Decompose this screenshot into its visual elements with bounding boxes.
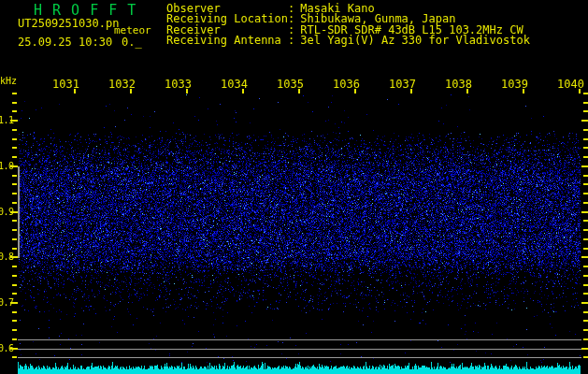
x-tick [186, 89, 188, 94]
x-tick [242, 89, 244, 94]
y-tick [12, 102, 17, 104]
y-tick-right [583, 93, 588, 94]
y-tick-right [581, 302, 588, 304]
x-tick [298, 89, 300, 94]
y-tick [12, 293, 17, 295]
info-row: Receiving Antenna:3el Yagi(V) Az 330 for… [166, 36, 530, 46]
station-info-block: Observer:Masaki KanoReceiving Location:S… [166, 4, 530, 47]
y-tick-right [583, 156, 588, 158]
level-reference-line [18, 349, 581, 350]
x-tick [579, 89, 581, 94]
y-tick [12, 93, 17, 94]
x-tick [354, 89, 356, 94]
y-tick-right [583, 129, 588, 131]
y-tick [12, 275, 17, 277]
y-tick-right [583, 220, 588, 222]
x-tick [523, 89, 524, 94]
y-tick [12, 284, 17, 286]
info-separator: : [288, 36, 294, 46]
y-tick-label: 0.9 [0, 207, 13, 217]
x-tick [130, 89, 132, 94]
y-axis-unit-label: kHz [0, 76, 17, 86]
y-tick [12, 320, 17, 322]
y-tick-right [581, 348, 588, 350]
y-tick [12, 329, 17, 331]
spectrogram-canvas [0, 0, 588, 374]
y-tick [12, 202, 17, 204]
y-tick-label: 0.6 [0, 343, 13, 353]
y-tick [12, 129, 17, 131]
y-tick [12, 229, 17, 231]
info-value: 3el Yagi(V) Az 330 for Vladivostok [300, 36, 530, 46]
y-tick [12, 220, 17, 222]
y-tick-label: 0.7 [0, 297, 13, 308]
y-tick [12, 266, 17, 267]
y-tick-right [583, 329, 588, 331]
y-tick [12, 311, 17, 313]
level-reference-line [18, 339, 581, 340]
y-tick-right [581, 256, 588, 258]
level-reference-line [18, 357, 581, 358]
x-tick [466, 89, 468, 94]
count-range-marker [18, 166, 20, 258]
y-tick [12, 138, 17, 140]
y-tick [12, 156, 17, 158]
y-tick-right [583, 266, 588, 267]
y-tick-right [583, 102, 588, 104]
y-tick-right [581, 165, 588, 167]
y-tick [12, 238, 17, 240]
y-tick-right [583, 284, 588, 286]
y-tick-right [583, 193, 588, 194]
y-tick-right [583, 202, 588, 204]
output-filename: UT2509251030.pn [18, 17, 119, 30]
y-tick-label: 1.0 [0, 161, 13, 171]
y-tick-right [583, 183, 588, 185]
y-tick [12, 356, 17, 358]
hrofft-screen: H R O F F T UT2509251030.pn meteor 25.09… [0, 0, 588, 374]
y-tick [12, 110, 17, 112]
y-tick-right [583, 320, 588, 322]
y-tick-right [583, 275, 588, 277]
y-tick-right [581, 211, 588, 213]
y-tick-right [583, 110, 588, 112]
y-tick-right [583, 147, 588, 149]
x-tick [410, 89, 412, 94]
echo-count: 0._ [122, 36, 142, 49]
y-tick-right [583, 293, 588, 295]
y-tick [12, 193, 17, 194]
y-tick [12, 248, 17, 250]
y-tick-label: 0.8 [0, 252, 13, 262]
y-tick-right [583, 356, 588, 358]
y-tick-right [583, 175, 588, 177]
y-tick [12, 338, 17, 340]
y-tick [12, 175, 17, 177]
y-tick-right [581, 120, 588, 122]
y-tick-right [583, 248, 588, 250]
observation-datetime: 25.09.25 10:30 [18, 36, 112, 49]
y-tick [12, 183, 17, 185]
x-tick [74, 89, 76, 94]
info-label: Receiving Antenna [166, 36, 288, 46]
y-tick-right [583, 229, 588, 231]
y-tick-right [583, 338, 588, 340]
y-tick-right [583, 138, 588, 140]
y-tick [12, 147, 17, 149]
y-tick-label: 1.1 [0, 115, 13, 125]
y-tick-right [583, 311, 588, 313]
y-tick-right [583, 238, 588, 240]
